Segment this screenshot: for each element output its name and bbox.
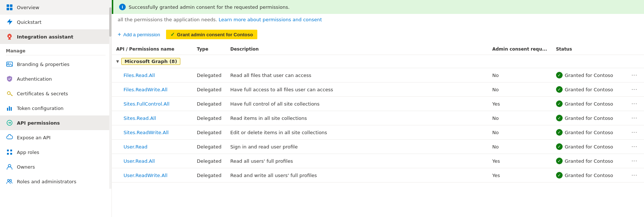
add-permission-label: Add a permission xyxy=(123,32,160,37)
svg-point-4 xyxy=(9,36,10,37)
sidebar-item-app-roles-label: App roles xyxy=(17,150,106,155)
permission-link[interactable]: User.ReadWrite.All xyxy=(124,173,168,178)
main-content: i Successfully granted admin consent for… xyxy=(112,0,644,217)
permission-type: Delegated xyxy=(192,111,226,125)
svg-rect-14 xyxy=(7,153,9,155)
info-icon: i xyxy=(119,4,126,10)
col-header-api: API / Permissions name xyxy=(112,44,192,55)
more-options-button[interactable]: ··· xyxy=(629,71,640,79)
permission-description: Read all files that user can access xyxy=(226,68,488,82)
permission-description: Read items in all site collections xyxy=(226,111,488,125)
col-header-status: Status xyxy=(552,44,625,55)
status-text: Granted for Contoso xyxy=(565,73,613,78)
permission-status: ✓ Granted for Contoso xyxy=(552,168,625,183)
more-options-button[interactable]: ··· xyxy=(629,100,640,108)
sidebar-item-owners[interactable]: Owners xyxy=(0,159,111,174)
svg-rect-8 xyxy=(7,108,8,111)
more-options-button[interactable]: ··· xyxy=(629,171,640,179)
table-row: Sites.Read.All Delegated Read items in a… xyxy=(112,111,644,125)
sidebar-item-owners-label: Owners xyxy=(17,164,106,170)
row-actions-cell: ··· xyxy=(625,97,644,111)
svg-point-7 xyxy=(7,92,10,95)
grid-small-icon xyxy=(6,148,13,156)
sidebar-item-quickstart[interactable]: Quickstart xyxy=(0,15,111,29)
svg-rect-6 xyxy=(7,63,9,64)
permission-description: Edit or delete items in all site collect… xyxy=(226,125,488,140)
sidebar-item-branding[interactable]: Branding & properties xyxy=(0,57,111,71)
shield-icon xyxy=(6,75,13,82)
granted-check-icon: ✓ xyxy=(556,158,563,164)
sidebar-item-token-label: Token configuration xyxy=(17,106,106,111)
sidebar-item-integration[interactable]: Integration assistant xyxy=(0,29,111,44)
table-row: Files.Read.All Delegated Read all files … xyxy=(112,68,644,82)
permission-link[interactable]: Files.ReadWrite.All xyxy=(124,87,168,92)
circle-arrow-icon xyxy=(6,119,13,126)
permission-link[interactable]: Sites.ReadWrite.All xyxy=(124,130,169,135)
status-text: Granted for Contoso xyxy=(565,158,613,164)
scroll-thumb[interactable] xyxy=(109,7,111,37)
sidebar-item-api-permissions[interactable]: API permissions xyxy=(0,115,111,130)
sidebar-item-expose-label: Expose an API xyxy=(17,135,106,140)
svg-point-18 xyxy=(10,180,12,181)
subtext-row: all the permissions the application need… xyxy=(112,14,644,27)
svg-rect-1 xyxy=(10,4,12,7)
permission-status: ✓ Granted for Contoso xyxy=(552,154,625,168)
sidebar-item-integration-label: Integration assistant xyxy=(17,34,106,40)
svg-rect-0 xyxy=(7,4,9,7)
permissions-table: API / Permissions name Type Description … xyxy=(112,44,644,183)
permission-status: ✓ Granted for Contoso xyxy=(552,82,625,97)
permission-link[interactable]: User.Read xyxy=(124,144,147,150)
cloud-icon xyxy=(6,134,13,141)
sidebar-item-authentication[interactable]: Authentication xyxy=(0,71,111,86)
row-actions-cell: ··· xyxy=(625,68,644,82)
permission-link[interactable]: User.Read.All xyxy=(124,158,155,164)
sidebar-item-expose-api[interactable]: Expose an API xyxy=(0,130,111,145)
svg-rect-10 xyxy=(11,107,12,111)
svg-rect-15 xyxy=(10,153,12,155)
admin-required: No xyxy=(488,140,552,154)
svg-rect-2 xyxy=(7,8,9,10)
more-options-button[interactable]: ··· xyxy=(629,85,640,93)
status-text: Granted for Contoso xyxy=(565,101,613,107)
status-text: Granted for Contoso xyxy=(565,115,613,121)
sidebar-item-overview[interactable]: Overview xyxy=(0,0,111,15)
row-actions-cell: ··· xyxy=(625,168,644,183)
permission-link[interactable]: Sites.FullControl.All xyxy=(124,101,169,107)
table-row: Sites.FullControl.All Delegated Have ful… xyxy=(112,97,644,111)
admin-required: No xyxy=(488,82,552,97)
permission-type: Delegated xyxy=(192,168,226,183)
permission-status: ✓ Granted for Contoso xyxy=(552,68,625,82)
more-options-button[interactable]: ··· xyxy=(629,157,640,165)
granted-check-icon: ✓ xyxy=(556,143,563,150)
grant-consent-button[interactable]: ✓ Grant admin consent for Contoso xyxy=(166,30,257,39)
permission-description: Have full access to all files user can a… xyxy=(226,82,488,97)
more-options-button[interactable]: ··· xyxy=(629,143,640,151)
add-permission-button[interactable]: + Add a permission xyxy=(118,30,160,39)
sidebar-item-token[interactable]: Token configuration xyxy=(0,101,111,115)
more-options-button[interactable]: ··· xyxy=(629,114,640,122)
group-row[interactable]: ▼ Microsoft Graph (8) xyxy=(112,55,644,68)
granted-check-icon: ✓ xyxy=(556,172,563,179)
sidebar-item-app-roles[interactable]: App roles xyxy=(0,145,111,159)
permission-status: ✓ Granted for Contoso xyxy=(552,140,625,154)
admin-required: Yes xyxy=(488,154,552,168)
checkmark-icon: ✓ xyxy=(170,32,175,37)
status-text: Granted for Contoso xyxy=(565,144,613,150)
granted-check-icon: ✓ xyxy=(556,72,563,78)
more-options-button[interactable]: ··· xyxy=(629,128,640,136)
table-row: User.Read.All Delegated Read all users' … xyxy=(112,154,644,168)
person-icon xyxy=(6,163,13,170)
permission-link[interactable]: Sites.Read.All xyxy=(124,115,156,121)
sidebar-item-roles-admin[interactable]: Roles and administrators xyxy=(0,174,111,189)
scrollbar[interactable] xyxy=(109,0,111,189)
permission-type: Delegated xyxy=(192,154,226,168)
permission-status: ✓ Granted for Contoso xyxy=(552,125,625,140)
permission-status: ✓ Granted for Contoso xyxy=(552,97,625,111)
learn-more-link[interactable]: Learn more about permissions and consent xyxy=(219,17,322,22)
sidebar-item-certificates[interactable]: Certificates & secrets xyxy=(0,86,111,101)
group-badge: Microsoft Graph (8) xyxy=(121,58,180,65)
sidebar-item-quickstart-label: Quickstart xyxy=(17,19,106,25)
permission-link[interactable]: Files.Read.All xyxy=(124,73,155,78)
table-row: Files.ReadWrite.All Delegated Have full … xyxy=(112,82,644,97)
permission-description: Sign in and read user profile xyxy=(226,140,488,154)
